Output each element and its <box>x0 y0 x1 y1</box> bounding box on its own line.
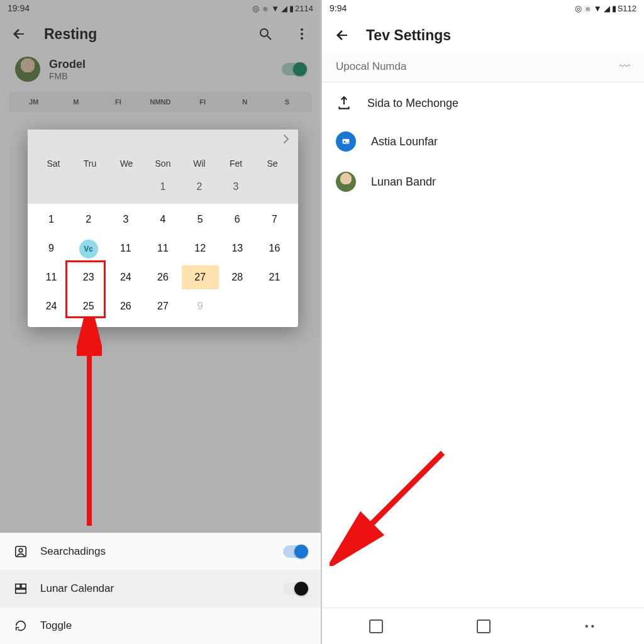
settings-row-lunar-calendar[interactable]: Lunar Calendar <box>0 570 321 607</box>
calendar-day-cell[interactable]: 16 <box>256 236 293 260</box>
status-right: ◎ ⨳ ▼ ◢ ▮ S112 <box>575 4 636 13</box>
calendar-day-cell[interactable]: 7 <box>256 208 293 231</box>
annotation-arrow-left <box>77 318 102 526</box>
calendar-day-cell[interactable]: 24 <box>33 294 70 318</box>
svg-rect-8 <box>16 584 20 588</box>
chevron-right-icon[interactable] <box>280 133 292 145</box>
settings-row-label: Lunar Calendar <box>40 582 114 595</box>
signal-icon: ◢ <box>604 4 610 13</box>
dow-cell: We <box>108 158 145 169</box>
avatar <box>336 172 356 192</box>
calendar-day-cell <box>72 175 108 199</box>
calendar-day-cell[interactable]: 27 <box>182 265 219 289</box>
calendar-day-cell[interactable]: 11 <box>33 265 70 289</box>
calendar-day-cell <box>35 175 72 199</box>
svg-rect-9 <box>21 584 26 588</box>
calendar-day-cell[interactable]: 11 <box>107 236 144 260</box>
status-battery-text: 2114 <box>295 4 313 13</box>
status-battery-text: S112 <box>618 4 636 13</box>
calendar-day-cell[interactable]: 21 <box>256 265 293 289</box>
calendar-day-cell[interactable]: 11 <box>144 236 181 260</box>
week-strip: JM M FI NMND FI N S <box>9 92 312 112</box>
settings-row-label: Toggle <box>40 619 72 632</box>
settings-row-searchadings[interactable]: Searchadings <box>0 533 321 570</box>
refresh-icon <box>14 619 28 633</box>
wifi-icon: ▼ <box>594 4 602 13</box>
status-bar-left: 19:94 ◎ ⨳ ▼ ◢ ▮ 2114 <box>0 0 321 16</box>
week-strip-cell: N <box>224 98 266 106</box>
calendar-day-cell[interactable]: 13 <box>219 236 256 260</box>
status-right: ◎ ⨳ ▼ ◢ ▮ 2114 <box>252 4 313 13</box>
battery-icon: ▮ <box>289 4 294 13</box>
battery-icon: ▮ <box>612 4 616 13</box>
calendar-day-cell[interactable]: 3 <box>107 208 144 231</box>
dow-cell: Se <box>254 158 291 169</box>
dow-cell: Sat <box>35 158 72 169</box>
settings-row-label: Searchadings <box>40 545 106 558</box>
settings-list: Searchadings Lunar Calendar Toggle <box>0 533 321 644</box>
target-icon: ◎ <box>575 4 582 13</box>
overflow-button[interactable] <box>291 23 313 45</box>
person-box-icon <box>14 545 28 558</box>
nosignal-icon: ⨳ <box>261 4 269 13</box>
calendar-day-cell[interactable]: 26 <box>107 294 144 318</box>
calendar-day-cell[interactable]: 9 <box>33 236 70 260</box>
toggle-switch[interactable] <box>283 545 307 558</box>
appbar-left: Resting <box>0 16 321 52</box>
calendar-day-cell[interactable]: 4 <box>144 208 181 231</box>
annotation-rect <box>65 260 106 318</box>
week-strip-cell: JM <box>13 98 55 106</box>
nav-recent-button[interactable] <box>369 619 383 633</box>
week-strip-cell: NMND <box>139 98 181 106</box>
appbar-right: Tev Settings <box>322 16 644 54</box>
svg-point-2 <box>301 28 303 31</box>
calendar-day-cell[interactable]: 28 <box>219 265 256 289</box>
dow-cell: Wil <box>181 158 218 169</box>
calendar-day-cell[interactable]: 9 <box>182 294 219 318</box>
calendar-day-cell[interactable]: 1 <box>33 208 70 231</box>
status-time: 9:94 <box>330 3 347 13</box>
profile-row[interactable]: Grodel FMB <box>0 52 321 89</box>
settings-row-toggle[interactable]: Toggle <box>0 607 321 644</box>
svg-point-4 <box>301 37 303 40</box>
profile-sublabel: FMB <box>49 71 273 81</box>
calendar-day-cell[interactable]: 2 <box>70 208 107 231</box>
back-button[interactable] <box>331 24 353 47</box>
nav-home-button[interactable] <box>477 619 491 633</box>
system-navbar: •• <box>322 608 644 644</box>
calendar-day-cell[interactable]: 3 <box>218 175 254 199</box>
profile-toggle[interactable] <box>282 63 306 75</box>
list-item-label: Astia Lounfar <box>371 135 438 148</box>
nav-back-button[interactable]: •• <box>585 621 597 632</box>
status-bar-right: 9:94 ◎ ⨳ ▼ ◢ ▮ S112 <box>322 0 644 16</box>
calendar-day-cell[interactable]: 6 <box>219 208 256 231</box>
nosignal-icon: ⨳ <box>584 4 592 13</box>
calendar-day-cell[interactable]: 12 <box>182 236 219 260</box>
signal-icon: ◢ <box>281 4 287 13</box>
calendar-day-cell[interactable]: 26 <box>144 265 181 289</box>
calendar-day-cell[interactable]: 1 <box>145 175 181 199</box>
calendar-day-cell[interactable]: Vc <box>70 236 107 260</box>
calendar-dow-row: Sat Tru We Son Wil Fet Se <box>35 158 291 175</box>
list-item-bandr[interactable]: Lunan Bandr <box>322 162 644 202</box>
profile-name: Grodel <box>49 58 273 71</box>
calendar-day-cell[interactable]: 2 <box>181 175 218 199</box>
svg-point-3 <box>301 33 303 35</box>
toggle-switch[interactable] <box>283 582 307 595</box>
calendar-row: 123 <box>35 175 291 199</box>
search-button[interactable] <box>254 23 277 45</box>
subheader: Upocal Numda 〰 <box>322 54 644 82</box>
settings-list-right: Sida to Mechonge Astia Lounfar Lunan Ban… <box>322 82 644 202</box>
list-item-label: Sida to Mechonge <box>367 97 458 110</box>
calendar-day-cell[interactable]: 27 <box>144 294 181 318</box>
calendar-day-cell <box>219 294 256 318</box>
target-icon: ◎ <box>252 4 259 13</box>
calendar-day-cell[interactable]: 5 <box>182 208 219 231</box>
list-item-mechonge[interactable]: Sida to Mechonge <box>322 85 644 121</box>
back-button[interactable] <box>8 23 30 45</box>
week-strip-cell: S <box>266 98 308 106</box>
calendar-day-cell <box>108 175 145 199</box>
layout-icon <box>14 582 28 596</box>
list-item-lounfar[interactable]: Astia Lounfar <box>322 121 644 162</box>
calendar-day-cell[interactable]: 24 <box>107 265 144 289</box>
